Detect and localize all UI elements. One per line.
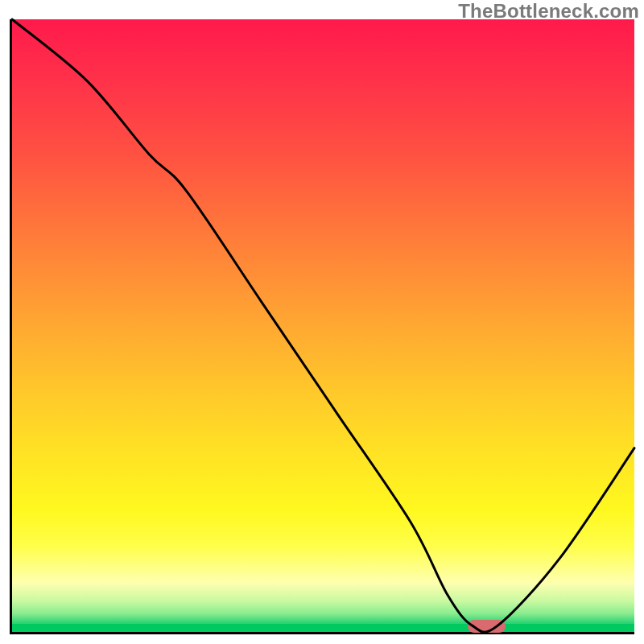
bottleneck-curve bbox=[12, 19, 634, 632]
plot-area bbox=[10, 19, 634, 634]
chart-canvas: TheBottleneck.com bbox=[0, 0, 644, 644]
